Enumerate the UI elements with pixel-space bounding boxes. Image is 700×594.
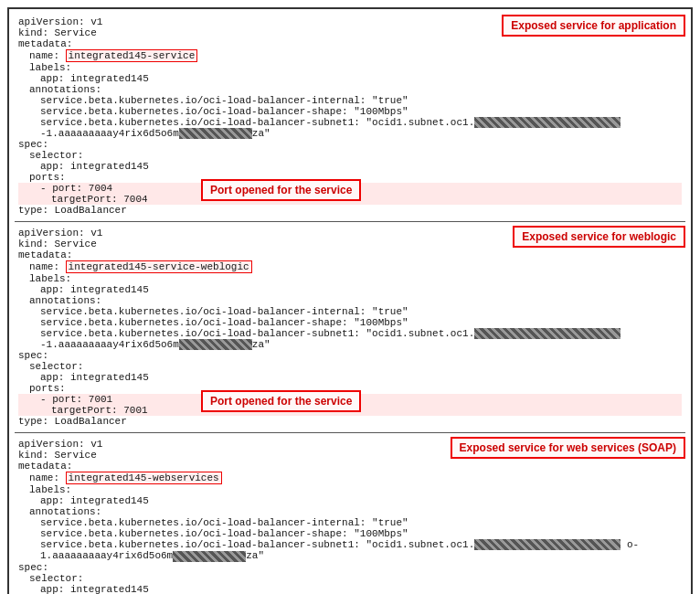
line-ann1-2: service.beta.kubernetes.io/oci-load-bala… [18,306,682,317]
line-ann2-1: service.beta.kubernetes.io/oci-load-bala… [18,106,682,117]
port-annotation-1: Port opened for the service [201,179,361,201]
line-spec-1: spec: [18,139,682,150]
line-selector-3: selector: [18,573,682,584]
service-annotation-1: Exposed service for application [502,15,685,37]
line-name-2: name: integrated145-service-weblogic [18,260,682,273]
line-app-1: app: integrated145 [18,73,682,84]
line-ann3-2: service.beta.kubernetes.io/oci-load-bala… [18,328,682,350]
divider-1 [15,221,685,222]
service-annotation-2: Exposed service for weblogic [513,226,685,248]
section-3: apiVersion: v1 kind: Service metadata: n… [15,437,685,594]
line-type-1: type: LoadBalancer [18,205,682,216]
line-ann2-3: service.beta.kubernetes.io/oci-load-bala… [18,528,682,539]
line-sel-app-2: app: integrated145 [18,372,682,383]
line-labels-2: labels: [18,273,682,284]
line-ann3-3: service.beta.kubernetes.io/oci-load-bala… [18,539,682,561]
service-name-1: integrated145-service [66,49,198,62]
line-name-3: name: integrated145-webservices [18,472,682,484]
line-spec-2: spec: [18,350,682,361]
line-annotations-1: annotations: [18,84,682,95]
line-app-3: app: integrated145 [18,495,682,506]
port-annotation-2: Port opened for the service [201,390,361,412]
line-metadata-2: metadata: [18,249,682,260]
line-sel-app-3: app: integrated145 [18,584,682,594]
line-ann1-3: service.beta.kubernetes.io/oci-load-bala… [18,517,682,528]
divider-2 [15,432,685,433]
line-ann2-2: service.beta.kubernetes.io/oci-load-bala… [18,317,682,328]
line-selector-1: selector: [18,150,682,161]
service-name-3: integrated145-webservices [66,472,222,484]
line-annotations-2: annotations: [18,295,682,306]
line-metadata-3: metadata: [18,461,682,472]
service-name-2: integrated145-service-weblogic [66,260,252,273]
line-type-2: type: LoadBalancer [18,416,682,427]
line-labels-3: labels: [18,484,682,495]
service-annotation-3: Exposed service for web services (SOAP) [451,437,685,459]
section-2: apiVersion: v1 kind: Service metadata: n… [15,226,685,429]
line-labels-1: labels: [18,62,682,73]
line-selector-2: selector: [18,361,682,372]
line-name-1: name: integrated145-service [18,49,682,62]
line-annotations-3: annotations: [18,506,682,517]
section-1: apiVersion: v1 kind: Service metadata: n… [15,15,685,217]
line-sel-app-1: app: integrated145 [18,161,682,172]
main-container: apiVersion: v1 kind: Service metadata: n… [7,7,693,594]
line-spec-3: spec: [18,562,682,573]
line-ann3-1: service.beta.kubernetes.io/oci-load-bala… [18,117,682,139]
line-metadata-1: metadata: [18,38,682,49]
line-ann1-1: service.beta.kubernetes.io/oci-load-bala… [18,95,682,106]
line-app-2: app: integrated145 [18,284,682,295]
